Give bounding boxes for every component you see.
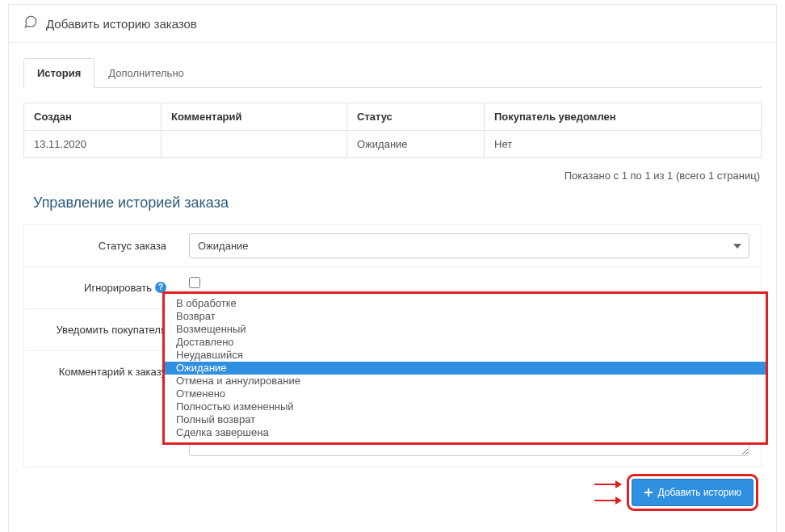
status-option[interactable]: В обработке [165,294,766,310]
label-ignore: Игнорировать ? [24,267,178,308]
label-status: Статус заказа [24,225,178,266]
tabs: История Дополнительно [23,57,762,88]
ignore-checkbox[interactable] [189,277,200,288]
label-comment: Комментарий к заказу [24,351,178,467]
status-option[interactable]: Отмена и аннулирование [165,375,766,387]
table-row: 13.11.2020 Ожидание Нет [24,131,762,158]
status-dropdown[interactable]: В обработкеВозвратВозмещенныйДоставленоН… [162,291,768,445]
pagination-info: Показано с 1 по 1 из 1 (всего 1 страниц) [23,158,762,183]
panel-title: Добавить историю заказов [46,17,197,31]
cell-comment [162,131,347,158]
comment-icon [23,15,38,32]
tab-history[interactable]: История [23,58,94,88]
status-option[interactable]: Полностью измененный [165,400,766,413]
footer-actions: Добавить историю [23,467,762,517]
arrow-icon [594,480,622,488]
status-option[interactable]: Отменено [165,387,766,400]
col-status: Статус [347,103,485,131]
section-title: Управление историей заказа [33,195,762,212]
table-header-row: Создан Комментарий Статус Покупатель уве… [24,103,762,131]
status-option[interactable]: Сделка завершена [165,426,766,442]
tab-additional[interactable]: Дополнительно [94,58,198,88]
status-option[interactable]: Полный возврат [165,413,766,426]
cell-notified: Нет [485,131,762,158]
annotation-arrows [594,480,625,505]
label-notify: Уведомить покупателя [24,309,178,350]
status-option[interactable]: Возмещенный [165,323,766,336]
row-status: Статус заказа Ожидание [23,224,762,267]
arrow-icon [594,496,622,505]
col-notified: Покупатель уведомлен [485,103,762,131]
add-history-label: Добавить историю [658,487,741,498]
status-select[interactable]: Ожидание [189,233,749,258]
history-table: Создан Комментарий Статус Покупатель уве… [23,103,762,158]
cell-created: 13.11.2020 [24,131,162,158]
plus-icon [644,488,653,497]
add-history-button[interactable]: Добавить историю [632,479,754,506]
order-history-panel: Добавить историю заказов История Дополни… [8,4,777,532]
status-option[interactable]: Возврат [165,310,766,323]
panel-header: Добавить историю заказов [9,5,776,43]
status-option[interactable]: Доставлено [165,336,766,349]
panel-body: История Дополнительно Создан Комментарий… [9,43,776,532]
status-option[interactable]: Ожидание [165,362,766,375]
status-option[interactable]: Неудавшийся [165,349,766,362]
col-created: Создан [24,103,162,131]
cell-status: Ожидание [347,131,485,158]
col-comment: Комментарий [162,103,347,131]
